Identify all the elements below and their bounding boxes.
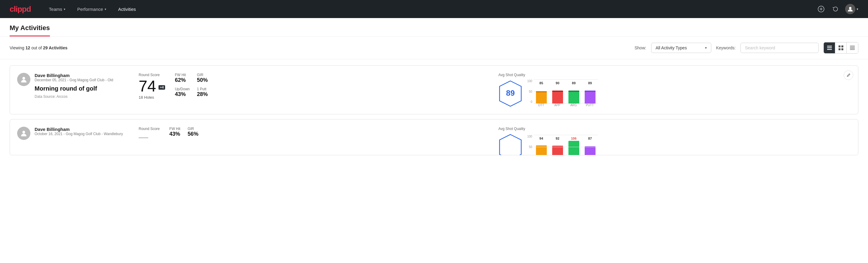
bar-chart-2: 100 50 0 94 <box>527 135 598 155</box>
avg-shot-quality-label: Avg Shot Quality <box>498 127 598 131</box>
nav-links: Teams ▾ Performance ▾ Activities <box>43 0 816 18</box>
activity-type-dropdown[interactable]: All Activity Types ▾ <box>651 43 711 53</box>
view-toggles <box>824 42 858 54</box>
page-title: My Activities <box>10 24 50 36</box>
chevron-down-icon: ▾ <box>857 7 858 11</box>
activity-date: December 05, 2021 - Gog Magog Golf Club … <box>35 78 131 82</box>
round-score-group: Round Score — <box>138 127 160 142</box>
user-name: Dave Billingham <box>35 73 131 78</box>
keywords-label: Keywords: <box>716 46 736 50</box>
chevron-down-icon: ▾ <box>705 46 707 50</box>
bar-label-app: APP <box>550 104 565 107</box>
svg-rect-5 <box>827 48 832 49</box>
activity-card: Dave Billingham December 05, 2021 - Gog … <box>10 65 858 114</box>
user-info: Dave Billingham October 16, 2021 - Gog M… <box>35 127 131 139</box>
round-score-label: Round Score <box>138 73 165 77</box>
avg-shot-quality-label: Avg Shot Quality <box>498 73 598 77</box>
card-left: Dave Billingham October 16, 2021 - Gog M… <box>17 127 131 140</box>
bar-arg: 89 <box>566 81 582 104</box>
round-score-group: Round Score 74 +4 18 Holes <box>138 73 165 99</box>
list-view-button[interactable] <box>824 42 835 53</box>
avatar <box>845 4 856 14</box>
shot-quality-container: Avg Shot Quality 89 100 <box>498 73 598 107</box>
user-menu-button[interactable]: ▾ <box>845 4 858 14</box>
data-source: Data Source: Arccos <box>35 94 131 99</box>
bar-2-arg: 106 <box>566 137 582 155</box>
bar-chart: 100 50 0 <box>527 80 598 107</box>
add-icon[interactable] <box>816 4 826 14</box>
bar-2-putt: 87 <box>582 137 598 155</box>
avatar <box>17 73 30 86</box>
search-input[interactable] <box>741 43 819 53</box>
nav-performance[interactable]: Performance ▾ <box>71 0 112 18</box>
one-putt-value: 28% <box>197 91 212 97</box>
sub-stats: FW Hit 43% GIR 56% <box>169 127 198 137</box>
bar-2-ott: 94 <box>533 137 549 155</box>
card-stats: Round Score — FW Hit 43% GIR 56% <box>138 127 491 142</box>
logo[interactable]: clippd <box>10 4 31 14</box>
svg-point-3 <box>849 7 851 9</box>
compact-view-button[interactable] <box>847 42 858 53</box>
fw-hit-label: FW Hit <box>175 73 189 77</box>
user-name: Dave Billingham <box>35 127 131 132</box>
score-badge: +4 <box>158 85 165 90</box>
gir-value: 50% <box>197 77 212 83</box>
chevron-down-icon: ▾ <box>105 7 106 11</box>
user-info: Dave Billingham December 05, 2021 - Gog … <box>35 73 131 99</box>
updown-value: 43% <box>175 91 189 97</box>
gir-group: GIR 50% <box>197 73 212 83</box>
filters-bar: Viewing 12 out of 29 Activities Show: Al… <box>0 37 868 59</box>
one-putt-group: 1 Putt 28% <box>197 87 212 97</box>
activity-card: Dave Billingham October 16, 2021 - Gog M… <box>10 119 858 155</box>
sub-stats: FW Hit 62% GIR 50% Up/Down 43% 1 Putt 28… <box>175 73 212 97</box>
shot-quality-hexagon-2 <box>498 133 522 155</box>
svg-rect-11 <box>850 46 855 46</box>
bar-app: 90 <box>550 81 565 104</box>
svg-rect-7 <box>839 46 841 48</box>
page-header: My Activities <box>0 18 868 37</box>
svg-marker-18 <box>500 135 521 155</box>
fw-hit-label: FW Hit <box>169 127 181 131</box>
avatar <box>17 127 30 140</box>
gir-value: 56% <box>188 131 199 137</box>
bar-label-arg: ARG <box>566 104 581 107</box>
fw-hit-group: FW Hit 43% <box>169 127 181 137</box>
navbar: clippd Teams ▾ Performance ▾ Activities <box>0 0 868 18</box>
nav-right: ▾ <box>816 4 858 14</box>
svg-rect-4 <box>827 46 832 47</box>
nav-teams[interactable]: Teams ▾ <box>43 0 71 18</box>
fw-hit-value: 62% <box>175 77 189 83</box>
shot-quality-hexagon: 89 <box>498 80 522 107</box>
show-label: Show: <box>634 46 646 50</box>
card-stats: Round Score 74 +4 18 Holes FW Hit 62% <box>138 73 491 99</box>
activity-title: Morning round of golf <box>35 85 131 92</box>
edit-button[interactable] <box>844 70 853 80</box>
bar-ott: 85 <box>533 81 549 104</box>
activities-list: Dave Billingham December 05, 2021 - Gog … <box>0 59 868 161</box>
activity-type-value: All Activity Types <box>656 46 687 50</box>
fw-hit-group: FW Hit 62% <box>175 73 189 83</box>
bar-2-app: 92 <box>550 137 565 155</box>
nav-activities[interactable]: Activities <box>112 0 142 18</box>
gir-label: GIR <box>197 73 212 77</box>
shot-quality-section: Avg Shot Quality 100 <box>498 127 851 155</box>
round-score-value: 74 +4 <box>138 78 165 94</box>
bar-label-ott: OTT <box>533 104 549 107</box>
svg-point-17 <box>23 131 25 134</box>
gir-group: GIR 56% <box>188 127 199 137</box>
grid-view-button[interactable] <box>835 42 847 53</box>
shot-quality-container: Avg Shot Quality 100 <box>498 127 598 155</box>
shot-quality-section: Avg Shot Quality 89 100 <box>498 73 851 107</box>
svg-point-15 <box>23 77 25 80</box>
bar-label-putt: PUTT <box>582 104 598 107</box>
svg-rect-6 <box>827 49 832 50</box>
round-score-label: Round Score <box>138 127 160 131</box>
viewing-count-text: Viewing 12 out of 29 Activities <box>10 46 630 50</box>
updown-group: Up/Down 43% <box>175 87 189 97</box>
activity-date: October 16, 2021 - Gog Magog Golf Club -… <box>35 132 131 136</box>
holes-label: 18 Holes <box>138 95 165 99</box>
hexagon-score: 89 <box>506 88 515 98</box>
fw-hit-value: 43% <box>169 131 181 137</box>
refresh-icon[interactable] <box>831 4 840 14</box>
updown-label: Up/Down <box>175 87 189 91</box>
